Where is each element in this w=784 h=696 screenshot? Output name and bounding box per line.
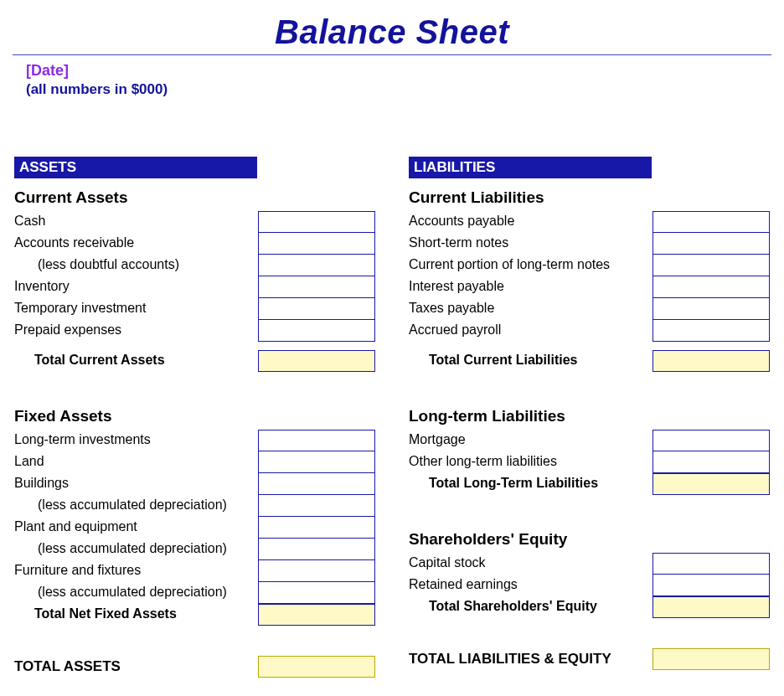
total-label: Total Net Fixed Assets (14, 604, 258, 626)
item-label: Furniture and fixtures (14, 560, 258, 582)
item-label: Land (14, 451, 258, 473)
grand-total-label: TOTAL ASSETS (14, 658, 258, 675)
liabilities-header: LIABILITIES (409, 157, 652, 178)
line-item: Temporary investment (14, 298, 375, 320)
item-label: Cash (14, 211, 258, 233)
value-cell[interactable] (652, 430, 770, 451)
value-cell[interactable] (258, 539, 375, 560)
line-item: Land (14, 451, 375, 473)
total-row: Total Long-Term Liabilities (409, 473, 770, 495)
long-term-liabilities-heading: Long-term Liabilities (409, 407, 770, 425)
line-item: Accounts receivable (14, 233, 375, 255)
line-item: (less accumulated depreciation) (14, 539, 375, 560)
item-label: Accrued payroll (409, 320, 652, 342)
total-row: Total Net Fixed Assets (14, 604, 375, 626)
line-item: Taxes payable (409, 298, 770, 320)
item-label: Prepaid expenses (14, 320, 258, 342)
total-cell[interactable] (258, 604, 375, 626)
current-liabilities-heading: Current Liabilities (409, 188, 770, 207)
line-item: Buildings (14, 473, 375, 495)
value-cell[interactable] (258, 430, 375, 451)
value-cell[interactable] (258, 298, 375, 320)
total-cell[interactable] (652, 350, 770, 372)
page-title: Balance Sheet (13, 13, 771, 51)
value-cell[interactable] (652, 575, 770, 596)
line-item: Retained earnings (409, 575, 770, 596)
item-label: (less doubtful accounts) (14, 255, 258, 276)
item-label: Capital stock (409, 553, 652, 575)
total-label: Total Current Assets (14, 350, 258, 372)
fixed-assets-heading: Fixed Assets (14, 407, 375, 425)
value-cell[interactable] (258, 255, 375, 276)
item-label: Accounts receivable (14, 233, 258, 255)
line-item: Inventory (14, 276, 375, 298)
total-row: Total Current Assets (14, 350, 375, 372)
grand-total-cell[interactable] (652, 648, 770, 670)
item-label: Retained earnings (409, 575, 652, 596)
item-label: Inventory (14, 276, 258, 298)
value-cell[interactable] (652, 255, 770, 276)
grand-total-cell[interactable] (258, 656, 375, 678)
item-label: (less accumulated depreciation) (14, 495, 258, 517)
line-item: Capital stock (409, 553, 770, 575)
total-label: Total Long-Term Liabilities (409, 473, 652, 495)
assets-header: ASSETS (14, 157, 257, 178)
value-cell[interactable] (652, 233, 770, 255)
assets-column: ASSETS Current Assets Cash Accounts rece… (14, 157, 375, 678)
value-cell[interactable] (258, 276, 375, 298)
total-assets-row: TOTAL ASSETS (14, 656, 375, 678)
total-liabilities-equity-row: TOTAL LIABILITIES & EQUITY (409, 648, 770, 670)
item-label: Plant and equipment (14, 517, 258, 539)
item-label: Interest payable (409, 276, 652, 298)
item-label: Current portion of long-term notes (409, 255, 652, 276)
line-item: (less accumulated depreciation) (14, 582, 375, 604)
item-label: Long-term investments (14, 430, 258, 451)
value-cell[interactable] (652, 276, 770, 298)
line-item: (less accumulated depreciation) (14, 495, 375, 517)
total-row: Total Shareholders' Equity (409, 596, 770, 618)
value-cell[interactable] (258, 495, 375, 517)
line-item: Prepaid expenses (14, 320, 375, 342)
units-note: (all numbers in $000) (26, 81, 771, 98)
value-cell[interactable] (652, 451, 770, 473)
line-item: Short-term notes (409, 233, 770, 255)
total-label: Total Current Liabilities (409, 350, 652, 372)
value-cell[interactable] (258, 473, 375, 495)
value-cell[interactable] (258, 451, 375, 473)
current-assets-heading: Current Assets (14, 188, 375, 207)
total-cell[interactable] (652, 596, 770, 618)
liabilities-column: LIABILITIES Current Liabilities Accounts… (409, 157, 770, 678)
item-label: Temporary investment (14, 298, 258, 320)
value-cell[interactable] (258, 517, 375, 539)
value-cell[interactable] (652, 298, 770, 320)
line-item: Current portion of long-term notes (409, 255, 770, 276)
line-item: Other long-term liabilities (409, 451, 770, 473)
line-item: Accrued payroll (409, 320, 770, 342)
value-cell[interactable] (258, 582, 375, 604)
line-item: (less doubtful accounts) (14, 255, 375, 276)
value-cell[interactable] (258, 320, 375, 342)
grand-total-label: TOTAL LIABILITIES & EQUITY (409, 651, 652, 668)
item-label: Taxes payable (409, 298, 652, 320)
shareholders-equity-heading: Shareholders' Equity (409, 530, 770, 549)
line-item: Cash (14, 211, 375, 233)
total-label: Total Shareholders' Equity (409, 596, 652, 618)
title-divider (13, 54, 771, 55)
line-item: Mortgage (409, 430, 770, 451)
total-row: Total Current Liabilities (409, 350, 770, 372)
value-cell[interactable] (652, 211, 770, 233)
item-label: Accounts payable (409, 211, 652, 233)
line-item: Plant and equipment (14, 517, 375, 539)
item-label: Short-term notes (409, 233, 652, 255)
line-item: Furniture and fixtures (14, 560, 375, 582)
value-cell[interactable] (652, 553, 770, 575)
total-cell[interactable] (652, 473, 770, 495)
line-item: Accounts payable (409, 211, 770, 233)
value-cell[interactable] (652, 320, 770, 342)
value-cell[interactable] (258, 560, 375, 582)
value-cell[interactable] (258, 233, 375, 255)
item-label: (less accumulated depreciation) (14, 539, 258, 560)
value-cell[interactable] (258, 211, 375, 233)
item-label: (less accumulated depreciation) (14, 582, 258, 604)
total-cell[interactable] (258, 350, 375, 372)
